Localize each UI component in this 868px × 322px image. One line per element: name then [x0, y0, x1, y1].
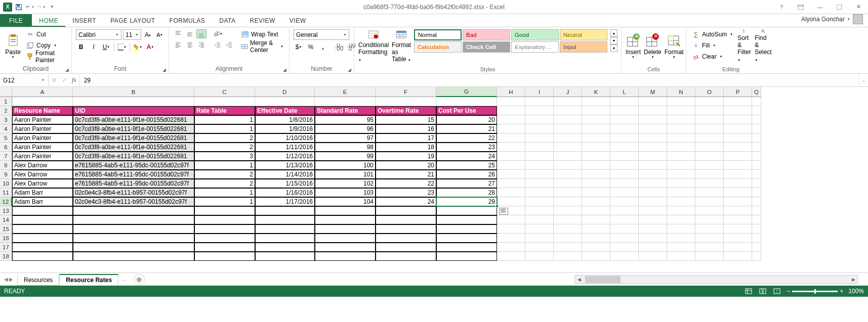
merge-center-button[interactable]: Merge & Center▼	[239, 41, 285, 52]
increase-font-icon[interactable]: A▴	[143, 30, 153, 40]
cell[interactable]: Aaron Painter	[12, 124, 73, 133]
cell[interactable]	[525, 133, 554, 143]
cell[interactable]	[525, 106, 554, 115]
cell[interactable]	[194, 206, 255, 215]
cell[interactable]	[695, 197, 724, 206]
cell[interactable]	[525, 188, 554, 197]
cell[interactable]	[525, 224, 554, 234]
cell[interactable]	[194, 243, 255, 252]
redo-icon[interactable]: ▼	[36, 3, 46, 12]
cell[interactable]	[554, 252, 582, 261]
number-format-combo[interactable]: General▼	[294, 29, 349, 40]
decrease-indent-icon[interactable]	[213, 40, 223, 50]
auto-fill-options-icon[interactable]	[499, 208, 508, 215]
cell[interactable]	[639, 179, 667, 188]
cell[interactable]	[436, 243, 497, 252]
cell[interactable]	[12, 97, 73, 106]
cell[interactable]	[724, 188, 752, 197]
cell[interactable]	[667, 106, 695, 115]
select-all-corner[interactable]	[0, 87, 12, 97]
cell[interactable]	[582, 197, 610, 206]
tab-nav-next[interactable]: ▶	[9, 277, 13, 282]
cell[interactable]	[695, 97, 724, 106]
cell[interactable]	[582, 152, 610, 161]
cell[interactable]	[554, 188, 582, 197]
cell[interactable]	[667, 97, 695, 106]
cell[interactable]	[12, 252, 73, 261]
cell[interactable]	[610, 106, 639, 115]
column-header[interactable]: C	[194, 87, 255, 97]
cell[interactable]: 23	[376, 188, 436, 197]
maximize-icon[interactable]	[833, 2, 846, 12]
cell[interactable]	[610, 179, 639, 188]
paste-button[interactable]: Paste ▼	[4, 29, 22, 63]
cell[interactable]	[497, 106, 525, 115]
cell[interactable]: e7615885-4ab5-e111-95dc-00155d02c97f	[73, 170, 194, 179]
style-input[interactable]: Input	[560, 41, 607, 53]
column-header[interactable]: J	[554, 87, 582, 97]
cell[interactable]	[497, 252, 525, 261]
cell[interactable]: 2	[194, 179, 255, 188]
cell[interactable]: 1/17/2016	[255, 197, 315, 206]
cell[interactable]	[554, 179, 582, 188]
launcher-icon[interactable]: ◢	[282, 67, 287, 72]
cell[interactable]	[554, 143, 582, 152]
new-sheet-button[interactable]: ⊕	[134, 274, 145, 285]
zoom-level[interactable]: 100%	[848, 288, 864, 295]
cell[interactable]	[752, 224, 761, 234]
tab-formulas[interactable]: FORMULAS	[162, 14, 213, 27]
cell[interactable]	[610, 215, 639, 224]
column-header[interactable]: N	[667, 87, 695, 97]
zoom-out-button[interactable]: −	[787, 288, 790, 295]
column-header[interactable]: L	[610, 87, 639, 97]
expand-formula-bar-icon[interactable]: ⌄	[859, 74, 868, 86]
sheet-tab-resource-rates[interactable]: Resource Rates	[59, 274, 118, 285]
italic-button[interactable]: I	[89, 42, 99, 52]
cell[interactable]	[525, 197, 554, 206]
cell[interactable]: 02c0e4c3-8fb4-e111-b957-00155d02c97f	[73, 197, 194, 206]
cell[interactable]	[667, 170, 695, 179]
cell[interactable]	[724, 170, 752, 179]
help-icon[interactable]: ?	[775, 2, 788, 12]
tab-file[interactable]: FILE	[0, 14, 32, 27]
cell[interactable]	[695, 243, 724, 252]
cell[interactable]	[639, 197, 667, 206]
cell[interactable]	[752, 234, 761, 243]
cell[interactable]: 104	[315, 197, 376, 206]
cell[interactable]: 18	[376, 143, 436, 152]
style-bad[interactable]: Bad	[463, 29, 510, 40]
cell[interactable]	[752, 124, 761, 133]
row-header[interactable]: 15	[0, 224, 12, 234]
cell[interactable]	[525, 152, 554, 161]
cell[interactable]	[315, 243, 376, 252]
cell[interactable]	[639, 161, 667, 170]
cell[interactable]	[639, 252, 667, 261]
row-header[interactable]: 18	[0, 252, 12, 261]
formula-input[interactable]: 29	[80, 74, 859, 86]
tab-review[interactable]: REVIEW	[242, 14, 282, 27]
cell[interactable]	[497, 234, 525, 243]
cell[interactable]	[582, 133, 610, 143]
row-header[interactable]: 12	[0, 197, 12, 206]
cell[interactable]	[610, 97, 639, 106]
cell[interactable]: Aaron Painter	[12, 152, 73, 161]
cell[interactable]: 1	[194, 124, 255, 133]
fill-button[interactable]: Fill▼	[690, 40, 734, 51]
cell[interactable]	[554, 215, 582, 224]
cell[interactable]	[724, 234, 752, 243]
cell[interactable]	[497, 97, 525, 106]
zoom-slider[interactable]	[792, 291, 838, 292]
currency-button[interactable]: $▼	[294, 42, 304, 52]
close-icon[interactable]: ✕	[852, 2, 865, 12]
cell[interactable]	[73, 206, 194, 215]
cell[interactable]	[315, 215, 376, 224]
cell[interactable]	[695, 143, 724, 152]
cell[interactable]	[497, 179, 525, 188]
fill-color-button[interactable]: ▼	[133, 42, 143, 52]
cell[interactable]	[73, 224, 194, 234]
clear-button[interactable]: Clear▼	[690, 52, 734, 62]
cell[interactable]	[436, 215, 497, 224]
cell[interactable]	[315, 224, 376, 234]
align-bottom-icon[interactable]	[196, 29, 206, 38]
cell[interactable]	[667, 206, 695, 215]
